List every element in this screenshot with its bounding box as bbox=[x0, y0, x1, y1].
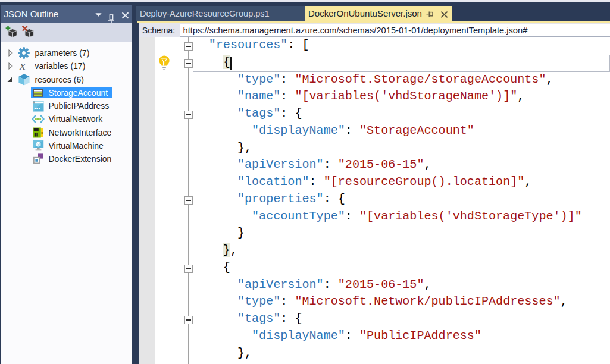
svg-text:x: x bbox=[19, 60, 26, 72]
